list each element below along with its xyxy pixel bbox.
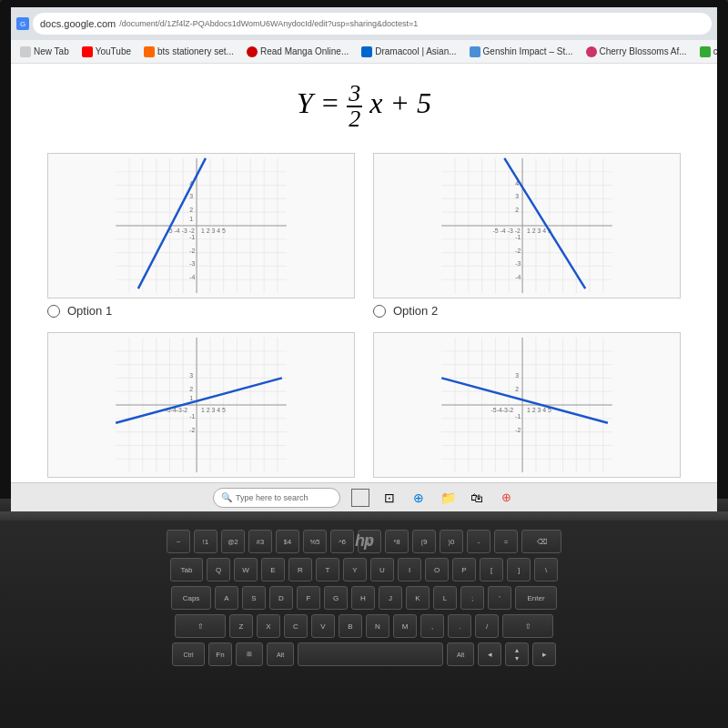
bookmark-icon-new-tab	[20, 46, 31, 57]
svg-text:3: 3	[515, 372, 519, 379]
key-arrows-updown[interactable]: ▴ ▾	[505, 642, 529, 666]
option-2-radio[interactable]	[373, 305, 386, 318]
svg-text:3: 3	[189, 372, 193, 379]
svg-text:-4: -4	[189, 274, 195, 280]
option-1-radio[interactable]	[47, 305, 60, 318]
bookmark-label-drama: Dramacool | Asian...	[375, 46, 456, 56]
key-y[interactable]: Y	[343, 558, 367, 581]
fraction-numerator: 3	[347, 82, 362, 107]
key-z[interactable]: Z	[229, 614, 253, 638]
key-equals[interactable]: =	[494, 530, 518, 553]
key-e[interactable]: E	[261, 558, 285, 581]
bookmarks-bar: New Tab YouTube bts stationery set... Re…	[11, 40, 717, 64]
key-b[interactable]: B	[339, 614, 362, 638]
key-bracket-close[interactable]: ]	[507, 558, 531, 581]
key-bracket-open[interactable]: [	[480, 558, 503, 581]
option-1-container: -5 -4 -3 -2 1 2 3 4 5 4 3 2 1 -1 -2 -3 -…	[47, 153, 355, 318]
key-t[interactable]: T	[316, 558, 339, 581]
bookmark-drama[interactable]: Dramacool | Asian...	[358, 45, 460, 59]
key-4[interactable]: $4	[276, 530, 299, 553]
key-shift-left[interactable]: ⇧	[175, 614, 226, 638]
key-slash[interactable]: /	[475, 614, 499, 638]
taskbar-circle-icon[interactable]	[351, 489, 369, 507]
key-quote[interactable]: '	[488, 586, 511, 610]
key-alt-right[interactable]: Alt	[447, 642, 474, 666]
key-n[interactable]: N	[366, 614, 389, 638]
taskbar-search-box[interactable]: 🔍 Type here to search	[213, 488, 340, 508]
key-alt-left[interactable]: Alt	[267, 642, 294, 666]
svg-text:2: 2	[515, 386, 519, 392]
bookmark-icon-cherry	[586, 46, 597, 57]
key-3[interactable]: #3	[248, 530, 272, 553]
bookmark-bts[interactable]: bts stationery set...	[140, 45, 238, 59]
svg-text:-1: -1	[189, 234, 195, 240]
key-fn[interactable]: Fn	[208, 642, 232, 666]
key-shift-right[interactable]: ⇧	[502, 614, 553, 638]
graph-1-svg: -5 -4 -3 -2 1 2 3 4 5 4 3 2 1 -1 -2 -3 -…	[48, 154, 354, 298]
taskbar-store-icon[interactable]: 🛍	[468, 489, 486, 507]
key-q[interactable]: Q	[207, 558, 230, 581]
key-i[interactable]: I	[398, 558, 421, 581]
svg-text:2: 2	[189, 207, 193, 213]
address-bar[interactable]: docs.google.com /document/d/1Zf4lZ-PQAbd…	[33, 13, 712, 35]
key-backslash[interactable]: \	[534, 558, 558, 581]
key-g[interactable]: G	[324, 586, 348, 610]
key-5[interactable]: %5	[303, 530, 327, 553]
key-period[interactable]: .	[448, 614, 471, 638]
key-j[interactable]: J	[379, 586, 402, 610]
key-a[interactable]: A	[215, 586, 238, 610]
bookmark-cherry[interactable]: Cherry Blossoms Af...	[582, 45, 691, 59]
address-url-text: /document/d/1Zf4lZ-PQAbdocs1dWomU6WAnydo…	[119, 19, 418, 28]
key-s[interactable]: S	[242, 586, 266, 610]
key-o[interactable]: O	[425, 558, 449, 581]
key-m[interactable]: M	[393, 614, 417, 638]
key-ctrl-left[interactable]: Ctrl	[172, 642, 205, 666]
key-l[interactable]: L	[433, 586, 457, 610]
bookmark-manga[interactable]: Read Manga Online...	[243, 45, 352, 59]
key-tilde[interactable]: ~	[167, 530, 190, 553]
key-v[interactable]: V	[311, 614, 335, 638]
bookmark-new-tab[interactable]: New Tab	[16, 45, 73, 59]
key-tab[interactable]: Tab	[170, 558, 203, 581]
key-arrow-right[interactable]: ▸	[532, 642, 556, 666]
key-9[interactable]: (9	[412, 530, 436, 553]
key-k[interactable]: K	[406, 586, 430, 610]
key-arrow-left[interactable]: ◂	[478, 642, 501, 666]
key-enter[interactable]: Enter	[515, 586, 557, 610]
key-minus[interactable]: -	[467, 530, 490, 553]
bookmark-genshin[interactable]: Genshin Impact – St...	[466, 45, 577, 59]
search-icon: 🔍	[221, 492, 232, 502]
key-u[interactable]: U	[370, 558, 394, 581]
key-p[interactable]: P	[452, 558, 476, 581]
key-6[interactable]: ^6	[330, 530, 354, 553]
key-comma[interactable]: ,	[420, 614, 444, 638]
graph-2-svg: -5 -4 -3 -2 1 2 3 4 5 4 3 2 -1 -2 -3 -4	[374, 154, 680, 298]
svg-text:-1: -1	[515, 234, 521, 240]
key-r[interactable]: R	[288, 558, 312, 581]
equation-constant: + 5	[390, 86, 432, 119]
bookmark-youtube[interactable]: YouTube	[78, 45, 135, 59]
taskbar-folder-icon[interactable]: 📁	[439, 489, 457, 507]
key-d[interactable]: D	[269, 586, 293, 610]
key-8[interactable]: *8	[385, 530, 409, 553]
key-semicolon[interactable]: ;	[460, 586, 484, 610]
taskbar-chrome-icon[interactable]: ⊕	[497, 489, 515, 507]
key-space[interactable]	[298, 642, 443, 666]
key-backspace[interactable]: ⌫	[521, 530, 561, 553]
equation-variable: x	[369, 86, 382, 119]
key-2[interactable]: @2	[221, 530, 245, 553]
taskbar-search-text: Type here to search	[236, 493, 308, 502]
taskbar-edge-icon[interactable]: ⊕	[410, 489, 428, 507]
key-win[interactable]: ⊞	[236, 642, 263, 666]
key-x[interactable]: X	[257, 614, 280, 638]
key-c[interactable]: C	[284, 614, 308, 638]
svg-text:3: 3	[189, 193, 193, 199]
key-0[interactable]: )0	[440, 530, 463, 553]
taskbar-tv-icon[interactable]: ⊡	[380, 489, 399, 507]
key-caps[interactable]: Caps	[171, 586, 211, 610]
key-h[interactable]: H	[351, 586, 375, 610]
key-1[interactable]: !1	[194, 530, 217, 553]
key-w[interactable]: W	[234, 558, 258, 581]
key-f[interactable]: F	[297, 586, 320, 610]
bookmark-cherry2[interactable]: cherry blossom	[696, 45, 717, 59]
